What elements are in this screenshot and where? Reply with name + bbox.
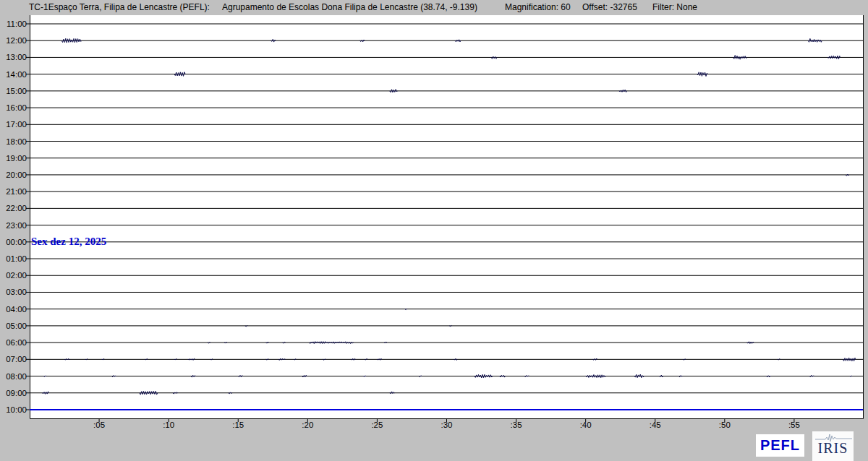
hour-tick-label: 17:00 — [0, 119, 27, 129]
iris-logo-text: IRIS — [818, 441, 848, 455]
hour-tick-label: 19:00 — [0, 153, 27, 163]
hour-tick-label: 10:00 — [0, 405, 27, 415]
hour-tick-label: 07:00 — [0, 354, 27, 364]
minute-tick-label: :40 — [574, 421, 598, 429]
date-marker: Sex dez 12, 2025 — [31, 236, 106, 248]
hour-tick-label: 09:00 — [0, 388, 27, 398]
hour-tick-label: 18:00 — [0, 137, 27, 147]
minute-tick-label: :30 — [435, 421, 459, 429]
minute-tick-label: :15 — [226, 421, 250, 429]
minute-tick-label: :35 — [504, 421, 529, 429]
minute-tick-label: :55 — [782, 421, 807, 429]
hour-tick-label: 05:00 — [0, 321, 27, 331]
hour-tick-label: 16:00 — [0, 103, 27, 113]
pefl-logo-text: PEFL — [760, 437, 800, 454]
iris-logo: IRIS — [812, 431, 854, 461]
helicorder-plot[interactable] — [0, 0, 868, 461]
hour-tick-label: 22:00 — [0, 203, 27, 213]
hour-tick-label: 00:00 — [0, 237, 27, 247]
minute-tick-label: :05 — [87, 421, 111, 429]
minute-tick-label: :45 — [643, 421, 668, 429]
hour-tick-label: 08:00 — [0, 371, 27, 382]
hour-tick-label: 14:00 — [0, 69, 27, 79]
minute-tick-label: :20 — [295, 421, 320, 429]
minute-tick-label: :50 — [712, 421, 737, 429]
hour-tick-label: 15:00 — [0, 86, 27, 96]
hour-tick-label: 20:00 — [0, 170, 27, 180]
hour-tick-label: 11:00 — [0, 19, 27, 29]
pefl-logo: PEFL — [756, 434, 804, 457]
hour-tick-label: 01:00 — [0, 254, 27, 264]
hour-tick-label: 23:00 — [0, 220, 27, 231]
minute-tick-label: :25 — [365, 421, 389, 429]
hour-tick-label: 13:00 — [0, 52, 27, 62]
hour-tick-label: 04:00 — [0, 304, 27, 314]
hour-tick-label: 06:00 — [0, 337, 27, 348]
hour-tick-label: 03:00 — [0, 287, 27, 297]
minute-tick-label: :10 — [156, 421, 181, 429]
hour-tick-label: 21:00 — [0, 186, 27, 197]
hour-tick-label: 12:00 — [0, 35, 27, 46]
hour-tick-label: 02:00 — [0, 270, 27, 280]
